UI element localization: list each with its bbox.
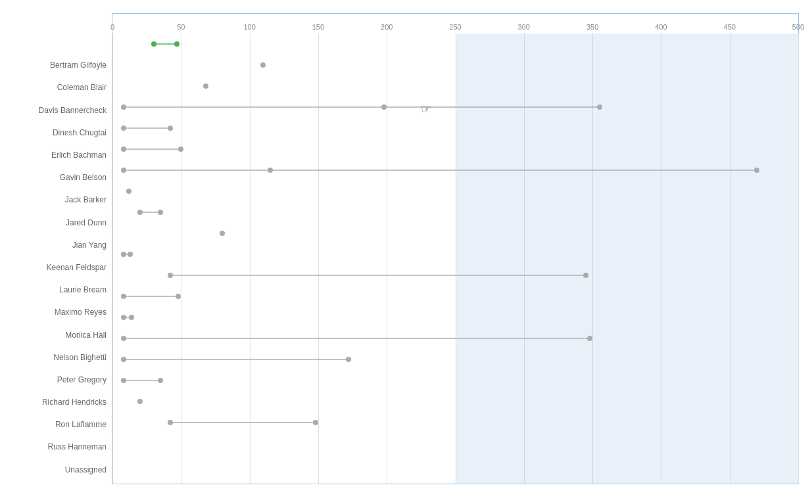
y-label: Ron Laflamme xyxy=(0,414,112,435)
min-dot xyxy=(220,231,225,236)
min-dot xyxy=(121,336,126,341)
range-line xyxy=(124,170,757,171)
min-dot xyxy=(121,104,126,110)
x-tick-label: 200 xyxy=(381,23,393,31)
max-dot xyxy=(128,252,133,257)
min-dot xyxy=(126,189,131,194)
max-dot xyxy=(178,147,183,152)
max-dot xyxy=(583,273,588,278)
min-dot xyxy=(121,252,126,257)
x-axis-top: 050100150200250300350400450500 xyxy=(112,14,798,34)
range-line xyxy=(124,338,590,339)
range-line xyxy=(124,106,600,108)
data-row[interactable] xyxy=(112,244,798,265)
data-row[interactable] xyxy=(112,76,798,97)
min-dot xyxy=(151,41,156,47)
x-tick-label: 500 xyxy=(792,23,804,31)
max-dot xyxy=(313,420,318,425)
min-dot xyxy=(121,294,126,299)
plot-area[interactable]: 050100150200250300350400450500☞ xyxy=(112,13,799,484)
min-dot xyxy=(203,83,208,89)
x-tick-label: 250 xyxy=(449,23,461,31)
min-dot xyxy=(121,126,126,131)
x-tick-label: 350 xyxy=(586,23,598,31)
y-label: Richard Hendricks xyxy=(0,392,112,413)
range-line xyxy=(170,422,316,423)
max-dot xyxy=(754,168,759,173)
data-row[interactable] xyxy=(112,328,798,349)
data-row[interactable] xyxy=(112,412,798,433)
y-label: Gavin Belson xyxy=(0,167,112,188)
y-label: Russ Hanneman xyxy=(0,436,112,457)
min-dot xyxy=(121,168,126,173)
data-row[interactable] xyxy=(112,223,798,244)
data-row[interactable] xyxy=(112,391,798,412)
max-dot xyxy=(168,126,173,131)
x-tick-label: 450 xyxy=(724,23,736,31)
rows-area xyxy=(112,34,798,484)
range-line xyxy=(124,127,170,129)
y-label: Jian Yang xyxy=(0,235,112,256)
x-tick-label: 100 xyxy=(243,23,255,31)
x-tick-label: 50 xyxy=(177,23,185,31)
y-label: Dinesh Chugtai xyxy=(0,122,112,143)
data-row[interactable] xyxy=(112,202,798,223)
max-dot xyxy=(174,41,179,47)
mid-dot xyxy=(268,168,273,173)
data-row[interactable] xyxy=(112,307,798,328)
data-row[interactable] xyxy=(112,160,798,181)
max-dot xyxy=(346,357,351,362)
data-row[interactable] xyxy=(112,55,798,76)
max-dot xyxy=(129,315,134,320)
data-row[interactable] xyxy=(112,349,798,370)
range-line xyxy=(124,359,348,360)
y-label: Jack Barker xyxy=(0,189,112,210)
y-label: Bertram Gilfoyle xyxy=(0,55,112,76)
y-label: Monica Hall xyxy=(0,325,112,346)
x-tick-label: 0 xyxy=(110,23,114,31)
y-label: Davis Bannercheck xyxy=(0,100,112,121)
min-dot xyxy=(121,357,126,362)
data-row[interactable] xyxy=(112,370,798,391)
min-dot xyxy=(168,420,173,425)
min-dot xyxy=(260,62,266,68)
y-label: Keenan Feldspar xyxy=(0,257,112,278)
data-row[interactable] xyxy=(112,181,798,202)
y-label: Peter Gregory xyxy=(0,369,112,390)
y-label: Erlich Bachman xyxy=(0,145,112,166)
y-axis: Bertram GilfoyleColeman BlairDavis Banne… xyxy=(0,13,112,484)
x-tick-label: 300 xyxy=(518,23,530,31)
grid-line xyxy=(798,34,799,484)
chart-inner: Bertram GilfoyleColeman BlairDavis Banne… xyxy=(0,13,799,484)
data-row[interactable] xyxy=(112,139,798,160)
min-dot xyxy=(121,147,126,152)
range-line xyxy=(124,380,160,381)
range-line xyxy=(154,43,177,45)
mid-dot xyxy=(381,104,387,110)
min-dot xyxy=(137,210,143,215)
y-label: Unassigned xyxy=(0,459,112,480)
min-dot xyxy=(121,315,126,320)
data-row[interactable] xyxy=(112,265,798,286)
y-label: Coleman Blair xyxy=(0,77,112,98)
max-dot xyxy=(597,104,602,110)
range-line xyxy=(124,149,181,150)
y-label: Jared Dunn xyxy=(0,212,112,233)
range-line xyxy=(124,296,178,297)
max-dot xyxy=(587,336,592,341)
min-dot xyxy=(168,273,173,278)
data-row[interactable] xyxy=(112,118,798,139)
y-label: Laurie Bream xyxy=(0,279,112,300)
chart-container: Bertram GilfoyleColeman BlairDavis Banne… xyxy=(0,0,812,504)
x-tick-label: 400 xyxy=(655,23,667,31)
data-row[interactable] xyxy=(112,286,798,307)
data-row[interactable] xyxy=(112,34,798,55)
max-dot xyxy=(158,378,163,383)
x-tick-label: 150 xyxy=(312,23,324,31)
max-dot xyxy=(158,210,163,215)
data-row[interactable] xyxy=(112,97,798,118)
y-label: Nelson Bighetti xyxy=(0,347,112,368)
min-dot xyxy=(137,399,143,404)
min-dot xyxy=(121,378,126,383)
y-label: Maximo Reyes xyxy=(0,302,112,323)
